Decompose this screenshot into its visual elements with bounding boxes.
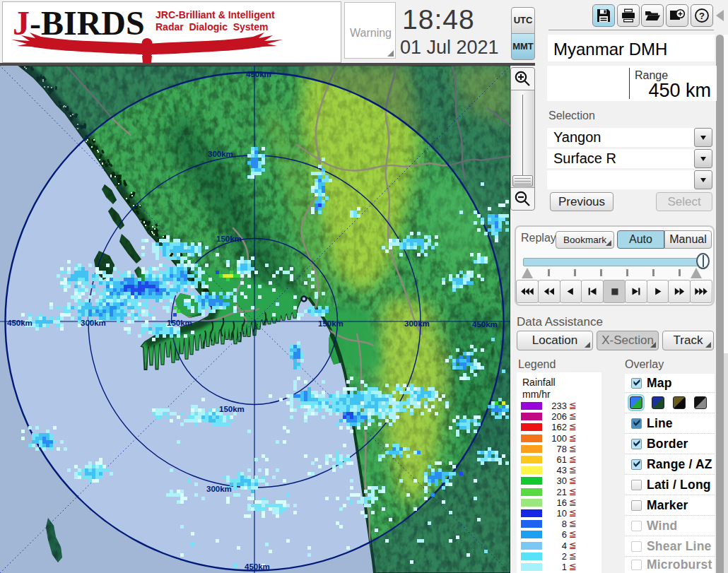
svg-text:450km: 450km: [472, 320, 498, 329]
svg-text:300km: 300km: [206, 485, 232, 493]
svg-text:150km: 150km: [167, 319, 192, 327]
svg-text:300km: 300km: [404, 319, 430, 328]
svg-text:450km: 450km: [245, 562, 270, 571]
svg-text:150km: 150km: [318, 319, 344, 328]
svg-text:?: ?: [699, 11, 705, 21]
svg-text:150km: 150km: [216, 235, 242, 243]
svg-text:300km: 300km: [81, 319, 106, 327]
svg-text:450km: 450km: [7, 319, 33, 327]
svg-text:300km: 300km: [208, 150, 233, 158]
svg-text:450km: 450km: [246, 70, 271, 78]
svg-text:150km: 150km: [219, 405, 245, 413]
